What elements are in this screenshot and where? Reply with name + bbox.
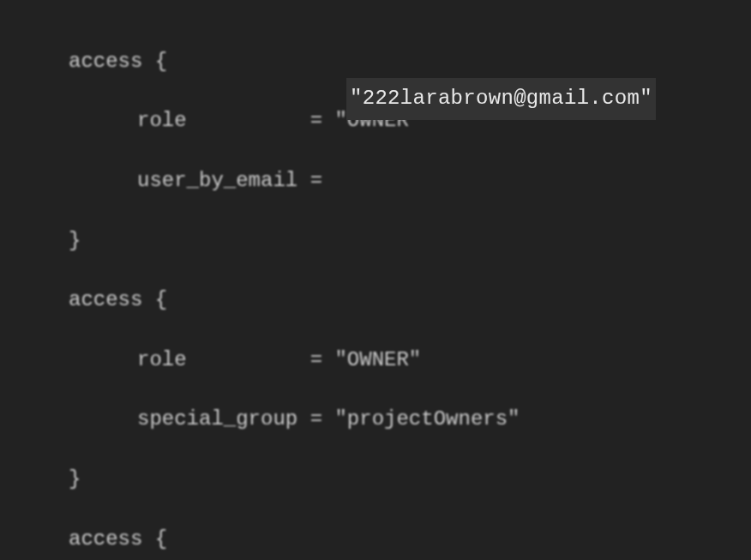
code-eq: =	[297, 169, 334, 192]
block-open: access {	[0, 525, 751, 555]
code-line: user_by_email =	[0, 166, 751, 196]
code-eq: =	[297, 348, 334, 371]
block-close: }	[0, 465, 751, 495]
code-value: "projectOwners"	[334, 407, 520, 431]
code-key: special_group	[137, 407, 297, 431]
block-close: }	[0, 226, 751, 256]
code-value: "OWNER"	[334, 348, 421, 371]
code-key: role	[137, 109, 297, 132]
code-key: role	[137, 348, 297, 371]
code-eq: =	[297, 109, 334, 132]
code-eq: =	[297, 407, 334, 431]
code-line: role = "OWNER"	[0, 346, 751, 376]
block-open: access {	[0, 286, 751, 316]
block-open: access {	[0, 47, 751, 77]
code-line: special_group = "projectOwners"	[0, 405, 751, 435]
email-overlay: "222larabrown@gmail.com"	[346, 78, 656, 120]
code-key: user_by_email	[137, 169, 297, 192]
